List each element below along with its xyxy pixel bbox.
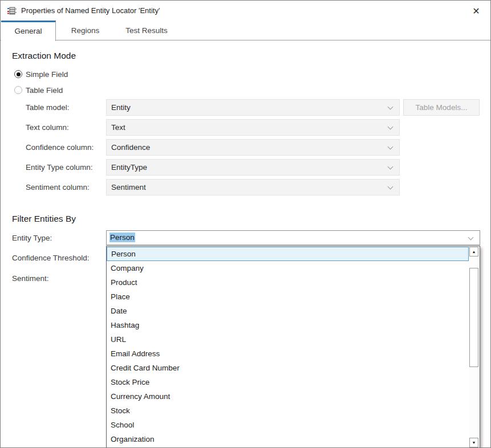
table-models-button[interactable]: Table Models...: [403, 99, 480, 116]
dropdown-items: Person Company Product Place Date Hashta…: [107, 247, 469, 446]
confidence-column-select[interactable]: Confidence: [106, 139, 400, 156]
table-model-label: Table model:: [26, 99, 70, 116]
sentiment-label: Sentiment:: [12, 271, 49, 286]
list-item-hashtag[interactable]: Hashtag: [107, 318, 469, 332]
radio-table-field[interactable]: Table Field: [14, 84, 63, 96]
title-bar: Properties of Named Entity Locator 'Enti…: [1, 1, 490, 21]
tab-strip: General Regions Test Results: [1, 21, 490, 40]
chevron-down-icon: [388, 124, 393, 130]
radio-selected-icon[interactable]: [14, 70, 22, 78]
list-item-place[interactable]: Place: [107, 290, 469, 304]
list-item-date[interactable]: Date: [107, 304, 469, 318]
list-item-product[interactable]: Product: [107, 275, 469, 290]
tab-regions[interactable]: Regions: [56, 21, 115, 40]
chevron-down-icon: [388, 104, 393, 110]
list-item-url[interactable]: URL: [107, 332, 469, 347]
entity-type-dropdown-list: Person Company Product Place Date Hashta…: [106, 246, 480, 448]
scroll-down-icon[interactable]: ▼: [469, 438, 478, 447]
confidence-column-value: Confidence: [111, 143, 150, 152]
list-item-company[interactable]: Company: [107, 261, 469, 275]
tab-test-results[interactable]: Test Results: [115, 21, 178, 40]
properties-dialog: Properties of Named Entity Locator 'Enti…: [0, 0, 491, 448]
table-model-value: Entity: [111, 103, 131, 112]
scrollbar-thumb[interactable]: [469, 268, 478, 367]
entity-type-column-select[interactable]: EntityType: [106, 159, 400, 176]
list-item-stock[interactable]: Stock: [107, 404, 469, 418]
table-model-select[interactable]: Entity: [106, 99, 400, 116]
chevron-down-icon: [388, 144, 393, 150]
list-item-stock-price[interactable]: Stock Price: [107, 375, 469, 389]
list-item-credit-card-number[interactable]: Credit Card Number: [107, 361, 469, 375]
text-column-value: Text: [111, 123, 125, 132]
text-column-select[interactable]: Text: [106, 119, 400, 136]
radio-table-field-label: Table Field: [26, 86, 63, 95]
radio-simple-field-label: Simple Field: [26, 70, 68, 79]
list-item-organization[interactable]: Organization: [107, 432, 469, 446]
radio-simple-field[interactable]: Simple Field: [14, 68, 68, 80]
sentiment-column-value: Sentiment: [111, 183, 146, 192]
scroll-up-icon[interactable]: ▲: [469, 247, 478, 256]
window-title: Properties of Named Entity Locator 'Enti…: [21, 1, 160, 21]
list-item-school[interactable]: School: [107, 418, 469, 432]
radio-unselected-icon[interactable]: [14, 86, 22, 94]
filter-entities-heading: Filter Entities By: [12, 214, 76, 224]
close-button[interactable]: ✕: [468, 4, 484, 19]
chevron-down-icon: [388, 184, 393, 190]
sentiment-column-label: Sentiment column:: [26, 179, 90, 196]
list-item-person[interactable]: Person: [107, 247, 469, 261]
entity-type-column-value: EntityType: [111, 163, 147, 172]
chevron-down-icon: [388, 164, 393, 170]
sentiment-column-select[interactable]: Sentiment: [106, 179, 400, 196]
entity-type-combobox-value: Person: [109, 233, 135, 242]
tab-general[interactable]: General: [1, 21, 56, 41]
entity-type-combobox[interactable]: Person: [106, 230, 480, 245]
text-column-label: Text column:: [26, 119, 69, 136]
list-item-email-address[interactable]: Email Address: [107, 347, 469, 361]
entity-type-column-label: Entity Type column:: [26, 159, 93, 176]
extraction-mode-heading: Extraction Mode: [12, 51, 76, 61]
chevron-down-icon: [468, 235, 474, 241]
entity-type-label: Entity Type:: [12, 230, 52, 245]
confidence-column-label: Confidence column:: [26, 139, 94, 156]
entity-locator-icon: [7, 6, 17, 16]
list-item-currency-amount[interactable]: Currency Amount: [107, 389, 469, 404]
dropdown-scrollbar[interactable]: ▲ ▼: [469, 246, 480, 448]
confidence-threshold-label: Confidence Threshold:: [12, 250, 90, 265]
